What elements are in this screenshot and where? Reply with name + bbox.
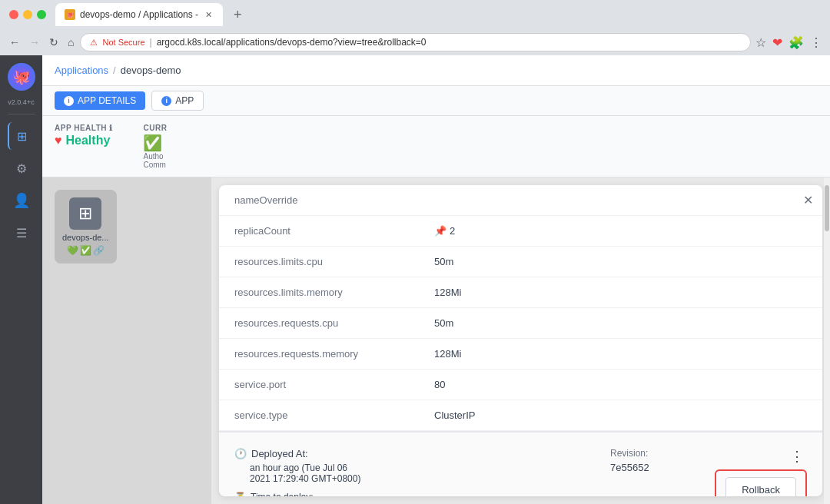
info-icon: i [64,96,74,106]
deployed-at-row: 🕐 Deployed At: [234,448,583,459]
tab-close-icon[interactable]: ✕ [203,9,214,20]
panel-close-button[interactable]: ✕ [803,193,813,207]
badge-health: 💚 [67,245,78,256]
param-key: replicaCount [219,216,419,247]
node-label: devops-de... [62,233,109,242]
sidebar-item-settings[interactable]: ⚙ [8,154,35,182]
revision-value: 7e55652 [610,462,672,473]
app-details-label: APP DETAILS [78,95,136,106]
vivaldi-icon[interactable]: ❤ [771,34,784,51]
param-value: 50m [419,308,822,339]
rollback-button[interactable]: Rollback [725,477,796,496]
current-sync-group: CURR ✅ Autho Comm [143,124,167,169]
current-sync-icon: ✅ [143,134,167,152]
security-warning-icon: ⚠ [90,38,98,48]
scrollbar-thumb[interactable] [825,185,829,231]
param-key: resources.requests.cpu [219,308,419,339]
close-control[interactable] [9,10,18,19]
app-health-value: ♥ Healthy [55,134,112,148]
param-value: 128Mi [419,339,822,370]
sidebar-item-applications[interactable]: ⊞ [8,122,35,150]
current-sync-label: CURR [143,124,167,132]
sidebar-item-user[interactable]: 👤 [8,187,35,214]
app-node[interactable]: ⊞ devops-de... 💚 ✅ 🔗 [55,190,117,264]
not-secure-label: Not Secure [102,38,144,47]
time-to-deploy-row: ⏳ Time to deploy: 00:01 min [234,492,583,496]
reload-button[interactable]: ↻ [46,33,61,51]
badge-link: 🔗 [93,245,105,256]
scrollbar-track [824,177,830,504]
menu-icon[interactable]: ⋮ [808,34,824,51]
tab-active[interactable]: 🐙 devops-demo / Applications - ✕ [55,3,223,26]
tab-label: devops-demo / Applications - [80,9,198,20]
param-key: service.port [219,370,419,400]
app-health-text: APP HEALTH [55,124,107,132]
back-button[interactable]: ← [6,33,23,51]
version-label: v2.0.4+c [8,98,34,106]
breadcrumb-current: devops-demo [121,65,181,76]
address-input[interactable]: ⚠ Not Secure | argocd.k8s.local/applicat… [80,33,751,51]
param-key: nameOverride [219,185,419,216]
params-table: nameOverride replicaCount 📌2 resources.l… [219,185,822,431]
browser-title-bar: 🐙 devops-demo / Applications - ✕ + [0,0,830,29]
app-node-panel: ⊞ devops-de... 💚 ✅ 🔗 [42,177,211,504]
home-button[interactable]: ⌂ [65,33,77,51]
param-key: service.type [219,400,419,431]
param-key: resources.limits.memory [219,277,419,308]
revision-label: Revision: [610,448,672,459]
deployed-at-datetime: 2021 17:29:40 GMT+0800) [250,473,583,484]
table-row: resources.requests.memory 128Mi [219,339,822,370]
sidebar-logo: 🐙 [6,61,37,92]
param-value [419,185,822,216]
app-btn-icon: i [161,96,171,106]
three-dots-button[interactable]: ⋮ [699,448,807,465]
browser-chrome: 🐙 devops-demo / Applications - ✕ + ← → ↻… [0,0,830,55]
table-row: resources.limits.cpu 50m [219,247,822,277]
rollback-button-container: Rollback [715,469,807,496]
status-section: APP HEALTH ℹ ♥ Healthy CURR ✅ Autho Comm [42,116,830,177]
tab-favicon: 🐙 [65,9,75,20]
hourglass-icon: ⏳ [234,492,246,496]
sidebar: 🐙 v2.0.4+c ⊞ ⚙ 👤 ☰ [0,55,42,504]
sidebar-divider [8,114,35,114]
param-value: 128Mi [419,277,822,308]
table-row: service.type ClusterIP [219,400,822,431]
info-circle-icon: ℹ [109,124,113,132]
history-section: 🕐 Deployed At: an hour ago (Tue Jul 06 2… [219,431,822,496]
app-health-group: APP HEALTH ℹ ♥ Healthy [55,124,112,169]
extension-icon[interactable]: 🧩 [787,34,805,51]
main-content: Applications / devops-demo i APP DETAILS… [42,55,830,504]
app-button[interactable]: i APP [151,91,204,111]
table-row: replicaCount 📌2 [219,216,822,247]
app-details-button[interactable]: i APP DETAILS [55,91,145,110]
param-key: resources.requests.memory [219,339,419,370]
app-label: APP [175,95,194,106]
clock-icon: 🕐 [234,448,247,459]
table-row: nameOverride [219,185,822,216]
param-value: 50m [419,247,822,277]
history-entry: 🕐 Deployed At: an hour ago (Tue Jul 06 2… [234,448,807,496]
app-health-label: APP HEALTH ℹ [55,124,112,132]
table-row: resources.requests.cpu 50m [219,308,822,339]
param-value: ClusterIP [419,400,822,431]
breadcrumb-applications[interactable]: Applications [55,65,108,76]
param-key: resources.limits.cpu [219,247,419,277]
action-bar: i APP DETAILS i APP [42,86,830,116]
time-to-deploy-label-row: ⏳ Time to deploy: [234,492,583,496]
top-nav: Applications / devops-demo [42,55,830,86]
star-icon[interactable]: ☆ [754,34,768,51]
heart-icon: ♥ [55,134,62,148]
breadcrumb-separator: / [113,65,116,76]
current-sync-sub1: Autho [143,152,167,161]
maximize-control[interactable] [37,10,46,19]
minimize-control[interactable] [23,10,32,19]
new-tab-button[interactable]: + [229,5,247,25]
rollback-area: ⋮ Rollback [699,448,807,496]
address-bar: ← → ↻ ⌂ ⚠ Not Secure | argocd.k8s.local/… [0,29,830,55]
forward-button[interactable]: → [26,33,43,51]
sidebar-item-docs[interactable]: ☰ [8,219,35,247]
window-controls [6,10,49,19]
deployed-at-relative: an hour ago (Tue Jul 06 [250,463,583,473]
panel: ✕ nameOverride replicaCount 📌2 [219,185,822,496]
deploy-info: 🕐 Deployed At: an hour ago (Tue Jul 06 2… [234,448,583,496]
